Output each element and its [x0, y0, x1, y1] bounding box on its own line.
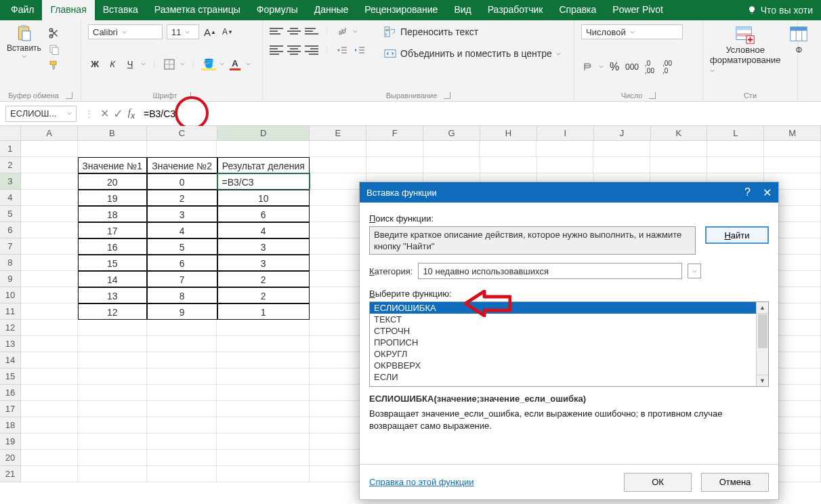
- cell[interactable]: [21, 238, 78, 255]
- fill-color-button[interactable]: 🪣: [202, 58, 215, 71]
- cell[interactable]: [217, 141, 309, 157]
- cell[interactable]: [21, 190, 78, 206]
- cell[interactable]: [310, 173, 366, 190]
- col-header[interactable]: I: [537, 126, 594, 141]
- cell[interactable]: [366, 141, 423, 157]
- number-format-combo[interactable]: Числовой: [581, 24, 683, 39]
- cell[interactable]: [480, 141, 536, 157]
- cell[interactable]: [480, 157, 537, 173]
- row-header[interactable]: 10: [0, 287, 21, 303]
- col-header[interactable]: D: [217, 126, 310, 141]
- list-item[interactable]: ЕСЛИ: [370, 371, 768, 383]
- decrease-font-icon[interactable]: A▼: [221, 25, 234, 39]
- cell[interactable]: [310, 401, 366, 417]
- cell[interactable]: 17: [78, 222, 147, 238]
- cell[interactable]: [310, 417, 366, 434]
- decrease-indent-button[interactable]: [335, 43, 349, 57]
- cell[interactable]: [21, 352, 78, 369]
- cell[interactable]: 5: [147, 238, 217, 255]
- row-header[interactable]: 4: [0, 190, 21, 206]
- cell[interactable]: 16: [78, 238, 147, 255]
- cancel-edit-button[interactable]: ✕: [98, 107, 111, 121]
- cell[interactable]: [764, 141, 821, 157]
- row-header[interactable]: 13: [0, 336, 21, 352]
- cell[interactable]: [310, 466, 366, 482]
- dialog-launcher-icon[interactable]: [184, 92, 191, 99]
- cell[interactable]: 18: [78, 206, 147, 222]
- cell[interactable]: 2: [217, 287, 310, 303]
- cell[interactable]: 10: [217, 190, 310, 206]
- font-color-button[interactable]: А: [228, 58, 242, 71]
- list-item[interactable]: СТРОЧН: [370, 325, 768, 337]
- cell[interactable]: [78, 434, 147, 450]
- scroll-up-icon[interactable]: ▲: [757, 302, 768, 314]
- tab-view[interactable]: Вид: [446, 0, 479, 20]
- cell[interactable]: [147, 385, 217, 401]
- cell[interactable]: [310, 369, 366, 385]
- cell[interactable]: [147, 450, 217, 466]
- cell[interactable]: Результат деления: [217, 157, 310, 173]
- dialog-launcher-icon[interactable]: [649, 92, 656, 99]
- list-item[interactable]: ОКРВВЕРХ: [370, 360, 768, 371]
- align-center-button[interactable]: [287, 43, 301, 57]
- cell[interactable]: 4: [217, 222, 310, 238]
- cell[interactable]: [764, 157, 821, 173]
- tell-me[interactable]: Что вы хоти: [739, 0, 821, 20]
- scrollbar[interactable]: ▲ ▼: [756, 302, 768, 386]
- cell[interactable]: [78, 141, 147, 157]
- function-list[interactable]: ЕСЛИОШИБКА ТЕКСТ СТРОЧН ПРОПИСН ОКРУГЛ О…: [369, 301, 769, 387]
- cell[interactable]: [21, 466, 78, 482]
- format-painter-icon[interactable]: [48, 60, 60, 72]
- cell[interactable]: [147, 141, 217, 157]
- increase-decimal-button[interactable]: ,0,00: [643, 60, 656, 74]
- help-icon[interactable]: ?: [744, 186, 751, 199]
- cell[interactable]: [21, 141, 78, 157]
- cell[interactable]: 19: [78, 190, 147, 206]
- cell[interactable]: [21, 303, 78, 320]
- cell[interactable]: [310, 190, 366, 206]
- cell[interactable]: [217, 450, 309, 466]
- align-middle-button[interactable]: [287, 24, 301, 38]
- cell[interactable]: [21, 173, 78, 190]
- cell[interactable]: [78, 385, 147, 401]
- cell[interactable]: [21, 336, 78, 352]
- cell[interactable]: [21, 157, 78, 173]
- decrease-decimal-button[interactable]: ,00,0: [660, 60, 674, 74]
- cell[interactable]: Значение №2: [147, 157, 217, 173]
- list-item[interactable]: ОКРУГЛ: [370, 348, 768, 360]
- cell[interactable]: 8: [147, 287, 217, 303]
- scroll-down-icon[interactable]: ▼: [757, 375, 768, 386]
- cell[interactable]: [217, 434, 309, 450]
- tab-data[interactable]: Данные: [306, 0, 357, 20]
- row-header[interactable]: 15: [0, 369, 21, 385]
- col-header[interactable]: F: [366, 126, 423, 141]
- cell[interactable]: 2: [147, 190, 217, 206]
- cell[interactable]: 3: [217, 255, 310, 271]
- currency-button[interactable]: [581, 60, 595, 74]
- row-header[interactable]: 17: [0, 401, 21, 417]
- cell[interactable]: [147, 320, 217, 336]
- col-header[interactable]: K: [651, 126, 708, 141]
- cell[interactable]: [147, 336, 217, 352]
- col-header[interactable]: L: [707, 126, 764, 141]
- cell[interactable]: 3: [147, 206, 217, 222]
- comma-style-button[interactable]: 000: [625, 60, 639, 74]
- list-item[interactable]: ПРОПИСН: [370, 337, 768, 348]
- cell[interactable]: [310, 450, 366, 466]
- name-box[interactable]: ЕСЛИОШ...: [5, 106, 77, 122]
- cell[interactable]: [147, 417, 217, 434]
- tab-page-layout[interactable]: Разметка страницы: [146, 0, 249, 20]
- cancel-button[interactable]: Отмена: [701, 473, 769, 492]
- cell[interactable]: [593, 157, 650, 173]
- align-right-button[interactable]: [305, 43, 318, 57]
- cell[interactable]: [537, 157, 594, 173]
- align-top-button[interactable]: [270, 24, 283, 38]
- cell[interactable]: [21, 450, 78, 466]
- row-header[interactable]: 20: [0, 450, 21, 466]
- conditional-formatting-button[interactable]: Условное форматирование: [710, 24, 780, 75]
- cell[interactable]: [310, 271, 366, 287]
- row-header[interactable]: 18: [0, 417, 21, 434]
- cell[interactable]: [21, 271, 78, 287]
- category-combo[interactable]: 10 недавно использовавшихся: [418, 263, 682, 279]
- cell[interactable]: =B3/C3: [217, 173, 310, 190]
